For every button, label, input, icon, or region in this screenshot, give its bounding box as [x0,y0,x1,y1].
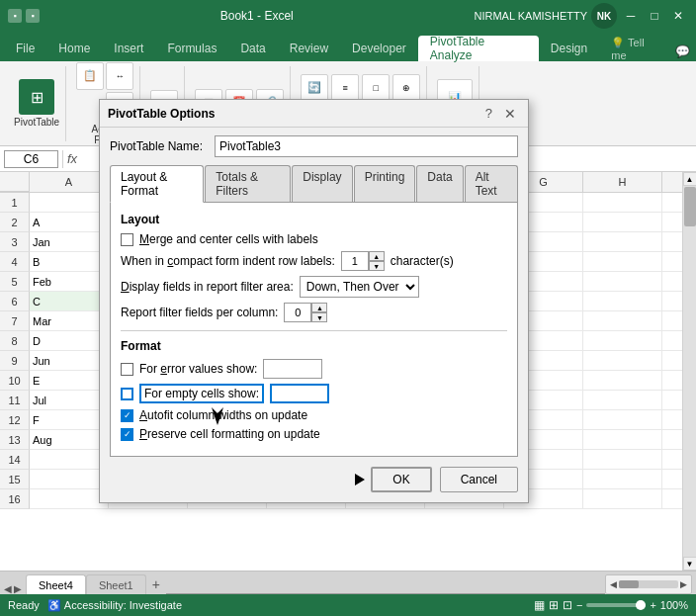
cell-a5[interactable]: Feb [30,272,109,292]
view-layout-icon[interactable]: ⊞ [549,598,559,612]
cell-a12[interactable]: F [30,410,109,430]
cell-a10[interactable]: E [30,371,109,391]
display-fields-select[interactable]: Down, Then Over Over, Then Down [300,276,419,298]
cell-a16[interactable] [30,489,109,509]
cell-i6[interactable] [662,292,682,311]
view-normal-icon[interactable]: ▦ [534,598,545,612]
cell-h7[interactable] [583,311,662,331]
tab-file[interactable]: File [4,36,46,61]
cell-h3[interactable] [583,232,662,252]
scroll-tabs-left[interactable]: ◀ [4,583,12,594]
cell-h13[interactable] [583,430,662,450]
dialog-help-icon[interactable]: ? [485,106,492,121]
cell-h10[interactable] [583,371,662,391]
dialog-close-button[interactable]: ✕ [500,104,520,124]
tab-developer[interactable]: Developer [340,36,418,61]
preserve-formatting-checkbox[interactable] [121,428,133,441]
change-source-icon[interactable]: ≡ [331,74,359,102]
empty-cells-checkbox[interactable] [121,388,133,400]
cell-a9[interactable]: Jun [30,351,109,371]
cell-a8[interactable]: D [30,331,109,351]
spinner-down-button[interactable]: ▼ [369,261,385,271]
cell-a11[interactable]: Jul [30,391,109,410]
scroll-thumb[interactable] [684,187,696,226]
add-sheet-button[interactable]: + [146,574,166,594]
scroll-up-button[interactable]: ▲ [683,172,697,186]
vertical-scrollbar[interactable]: ▲ ▼ [682,172,696,571]
cell-i15[interactable] [662,470,682,489]
view-break-icon[interactable]: ⊡ [563,598,572,612]
cell-h2[interactable] [583,213,662,232]
cell-reference[interactable]: C6 [4,150,58,168]
report-filter-down-button[interactable]: ▼ [311,312,327,322]
expand-icon[interactable]: ↔ [106,62,133,90]
tab-alt-text[interactable]: Alt Text [465,165,518,202]
cell-i8[interactable] [662,331,682,351]
tab-home[interactable]: Home [46,36,102,61]
report-filter-up-button[interactable]: ▲ [311,303,327,312]
zoom-in-icon[interactable]: + [650,599,655,611]
tab-data[interactable]: Data [228,36,277,61]
cell-a14[interactable] [30,450,109,470]
cell-i11[interactable] [662,391,682,410]
cell-a3[interactable]: Jan [30,232,109,252]
cell-h5[interactable] [583,272,662,292]
tab-totals-filters[interactable]: Totals & Filters [205,165,291,202]
cell-h6[interactable] [583,292,662,311]
cell-h1[interactable] [583,193,662,213]
cell-a6[interactable]: C [30,292,109,311]
cell-a13[interactable]: Aug [30,430,109,450]
cell-i7[interactable] [662,311,682,331]
cell-a15[interactable] [30,470,109,489]
horiz-scroll-track[interactable] [619,580,678,588]
scroll-horiz-left[interactable]: ◀ [610,579,617,589]
cell-a2[interactable]: A [30,213,109,232]
cell-h9[interactable] [583,351,662,371]
tab-pivottable-analyze[interactable]: PivotTable Analyze [418,36,539,61]
error-values-input[interactable] [263,359,322,379]
cell-a7[interactable]: Mar [30,311,109,331]
cell-h11[interactable] [583,391,662,410]
scroll-track[interactable] [683,186,696,557]
ok-button[interactable]: OK [371,467,431,492]
cell-h4[interactable] [583,252,662,272]
select-icon[interactable]: □ [362,74,390,102]
restore-button[interactable]: □ [645,6,664,26]
cell-i5[interactable] [662,272,682,292]
tab-layout-format[interactable]: Layout & Format [110,165,204,203]
cell-a1[interactable] [30,193,109,213]
zoom-slider[interactable] [586,603,646,607]
cell-i13[interactable] [662,430,682,450]
tab-tell-me[interactable]: 💡 Tell me [599,36,672,61]
tab-formulas[interactable]: Formulas [155,36,228,61]
tab-design[interactable]: Design [539,36,599,61]
tab-printing[interactable]: Printing [354,165,416,202]
cell-h15[interactable] [583,470,662,489]
scroll-horiz-right[interactable]: ▶ [680,579,687,589]
pivottable-icon[interactable]: ⊞ [19,79,54,115]
tab-data[interactable]: Data [416,165,463,202]
cell-h8[interactable] [583,331,662,351]
error-values-checkbox[interactable] [121,363,133,376]
tab-review[interactable]: Review [278,36,340,61]
cell-i14[interactable] [662,450,682,470]
report-filter-input[interactable] [284,303,311,322]
autofit-checkbox[interactable] [121,409,133,422]
horiz-scroll-thumb[interactable] [619,580,639,588]
active-field-icon[interactable]: 📋 [76,62,104,90]
tab-insert[interactable]: Insert [102,36,155,61]
share-icon[interactable]: 💬 [673,42,692,61]
cell-h14[interactable] [583,450,662,470]
close-button[interactable]: ✕ [668,6,688,26]
tab-display[interactable]: Display [292,165,352,202]
cell-a4[interactable]: B [30,252,109,272]
user-avatar[interactable]: NK [591,3,617,29]
cell-i12[interactable] [662,410,682,430]
cell-i16[interactable] [662,489,682,509]
cell-i4[interactable] [662,252,682,272]
scroll-down-button[interactable]: ▼ [683,557,697,571]
cell-i3[interactable] [662,232,682,252]
cell-i10[interactable] [662,371,682,391]
cancel-button[interactable]: Cancel [440,467,518,492]
cell-h12[interactable] [583,410,662,430]
